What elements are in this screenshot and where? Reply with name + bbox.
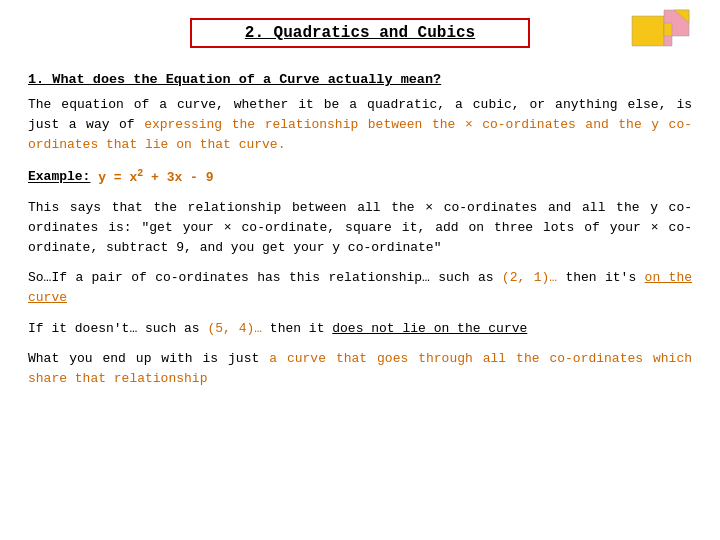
para2-text: This says that the relationship between …	[28, 200, 692, 255]
header-row: 2. Quadratics and Cubics	[28, 18, 692, 62]
paragraph-2: This says that the relationship between …	[28, 198, 692, 258]
paragraph-5: What you end up with is just a curve tha…	[28, 349, 692, 389]
para3-orange: (2, 1)…	[502, 270, 557, 285]
para4-not-on-curve: does not lie on the curve	[332, 321, 527, 336]
example-line: Example: y = x2 + 3x - 9	[28, 165, 692, 187]
svg-marker-0	[632, 16, 664, 46]
para4-orange: (5, 4)…	[207, 321, 262, 336]
puzzle-icon	[624, 8, 692, 68]
page: 2. Quadratics and Cubics 1. What does th…	[0, 0, 720, 417]
para4-mid: then it	[262, 321, 332, 336]
example-label: Example:	[28, 170, 90, 185]
paragraph-1: The equation of a curve, whether it be a…	[28, 95, 692, 155]
paragraph-3: So…If a pair of co-ordinates has this re…	[28, 268, 692, 308]
para4-plain: If it doesn't… such as	[28, 321, 207, 336]
svg-marker-2	[664, 23, 672, 36]
section-heading: 1. What does the Equation of a Curve act…	[28, 72, 692, 87]
title-box: 2. Quadratics and Cubics	[190, 18, 530, 48]
para3-plain: So…If a pair of co-ordinates has this re…	[28, 270, 502, 285]
paragraph-4: If it doesn't… such as (5, 4)… then it d…	[28, 319, 692, 339]
page-title: 2. Quadratics and Cubics	[245, 24, 475, 42]
example-eq: y = x2 + 3x - 9	[90, 170, 213, 185]
para3-mid: then it's	[557, 270, 645, 285]
para5-plain: What you end up with is just	[28, 351, 269, 366]
